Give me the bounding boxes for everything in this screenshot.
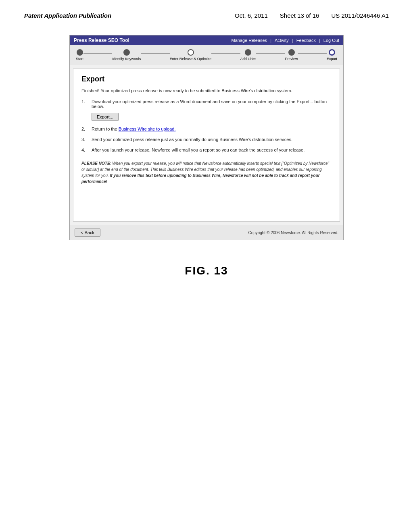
step-item-1: 1. Download your optimized press release… xyxy=(81,99,332,121)
step-item-3: 3. Send your optimized press release jus… xyxy=(81,137,332,142)
step-content-2: Return to the Business Wire site to uplo… xyxy=(92,127,332,131)
step-dot-enter xyxy=(188,49,194,56)
step-label-export: Export xyxy=(327,57,337,61)
step-dot-links xyxy=(245,49,251,56)
nav-activity[interactable]: Activity xyxy=(275,38,289,43)
wizard-step-links: Add Links xyxy=(240,49,257,61)
line-4 xyxy=(256,53,285,54)
step-label-keywords: Identify Keywords xyxy=(112,57,141,61)
wizard-step-keywords: Identify Keywords xyxy=(112,49,141,61)
line-5 xyxy=(298,53,327,54)
nav-sep-1: | xyxy=(270,38,271,43)
app-window: Press Release SEO Tool Manage Releases |… xyxy=(69,35,344,240)
step-content-3: Send your optimized press release just a… xyxy=(92,137,332,142)
sheet-info: Sheet 13 of 16 xyxy=(280,12,319,19)
back-button[interactable]: < Back xyxy=(75,229,100,237)
business-wire-link[interactable]: Business Wire site to upload. xyxy=(119,127,176,131)
steps-list: 1. Download your optimized press release… xyxy=(81,99,332,152)
step-content-1: Download your optimized press release as… xyxy=(92,99,332,121)
step-dot-keywords xyxy=(123,49,130,56)
step-text-1: Download your optimized press release as… xyxy=(92,99,327,109)
line-2 xyxy=(141,53,169,54)
main-content: Press Release SEO Tool Manage Releases |… xyxy=(0,27,413,248)
patent-label: Patent Application Publication xyxy=(24,12,111,19)
nav-sep-2: | xyxy=(292,38,293,43)
step-item-4: 4. After you launch your release, Newfor… xyxy=(81,148,332,152)
step-label-preview: Preview xyxy=(285,57,298,61)
nav-sep-3: | xyxy=(319,38,320,43)
wizard-steps: Start Identify Keywords Enter Release & … xyxy=(76,49,337,61)
step-text-2-prefix: Return to the xyxy=(92,127,119,131)
step-dot-start xyxy=(77,49,83,56)
page-header: Patent Application Publication Oct. 6, 2… xyxy=(0,0,413,27)
wizard-bar: Start Identify Keywords Enter Release & … xyxy=(70,45,343,65)
app-title: Press Release SEO Tool xyxy=(74,37,129,43)
step-num-4: 4. xyxy=(81,148,88,152)
step-text-3: Send your optimized press release just a… xyxy=(92,137,292,142)
patent-number: US 2011/0246446 A1 xyxy=(331,12,389,19)
export-button[interactable]: Export... xyxy=(92,113,119,121)
step-label-links: Add Links xyxy=(240,57,257,61)
line-1 xyxy=(83,53,112,54)
nav-manage-releases[interactable]: Manage Releases xyxy=(231,38,267,43)
step-item-2: 2. Return to the Business Wire site to u… xyxy=(81,127,332,131)
line-3 xyxy=(211,53,240,54)
export-title: Export xyxy=(81,75,332,83)
step-text-4: After you launch your release, Newforce … xyxy=(92,148,305,152)
patent-date: Oct. 6, 2011 xyxy=(235,12,268,19)
figure-label: FIG. 13 xyxy=(0,264,413,277)
step-dot-preview xyxy=(288,49,295,56)
step-label-start: Start xyxy=(76,57,83,61)
content-area: Export Finished! Your optimized press re… xyxy=(73,69,340,222)
step-label-enter: Enter Release & Optimize xyxy=(170,57,212,61)
step-num-1: 1. xyxy=(81,99,88,121)
patent-meta: Oct. 6, 2011 Sheet 13 of 16 US 2011/0246… xyxy=(235,12,389,19)
step-content-4: After you launch your release, Newforce … xyxy=(92,148,332,152)
wizard-step-enter: Enter Release & Optimize xyxy=(170,49,212,61)
step-num-2: 2. xyxy=(81,127,88,131)
nav-logout[interactable]: Log Out xyxy=(323,38,339,43)
wizard-step-export: Export xyxy=(327,49,337,61)
step-dot-export xyxy=(329,49,335,56)
nav-feedback[interactable]: Feedback xyxy=(296,38,316,43)
intro-text: Finished! Your optimized press release i… xyxy=(81,88,332,93)
wizard-step-start: Start xyxy=(76,49,83,61)
copyright-text: Copyright © 2006 Newsforce. All Rights R… xyxy=(248,231,338,235)
step-num-3: 3. xyxy=(81,137,88,142)
note-box: PLEASE NOTE: When you export your releas… xyxy=(81,160,332,185)
bottom-bar: < Back Copyright © 2006 Newsforce. All R… xyxy=(70,225,343,240)
nav-links: Manage Releases | Activity | Feedback | … xyxy=(231,38,339,43)
top-nav-bar: Press Release SEO Tool Manage Releases |… xyxy=(70,35,343,45)
wizard-step-preview: Preview xyxy=(285,49,298,61)
